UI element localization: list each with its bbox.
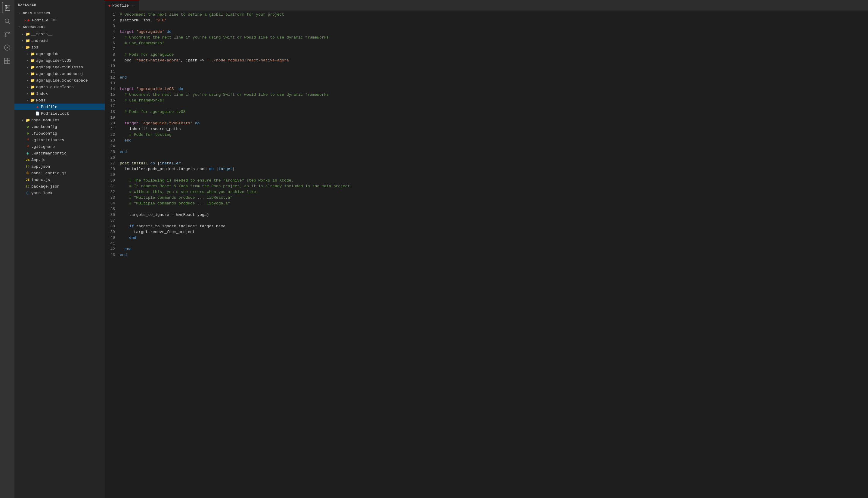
line-number: 24 (105, 143, 120, 149)
svg-rect-3 (10, 5, 10, 11)
svg-rect-13 (8, 58, 10, 61)
line-number: 41 (105, 240, 120, 246)
code-line: 40 end (105, 235, 868, 240)
tree-item-xcworkspace[interactable]: 📁 agoraguide.xcworkspace (14, 77, 105, 84)
code-line: 14target 'agoraguide-tvOS' do (105, 86, 868, 92)
tree-label: .flowconfig (31, 131, 57, 136)
code-line: 28 installer.pods_project.targets.each d… (105, 166, 868, 172)
tree-item-index[interactable]: 📁 Index (14, 90, 105, 97)
source-control-icon[interactable] (2, 29, 13, 40)
svg-point-6 (5, 19, 9, 23)
code-line: 3 (105, 23, 868, 29)
tree-item-index-js[interactable]: JS index.js (14, 176, 105, 183)
activity-bar: ⎘ (0, 0, 14, 498)
js-icon: JS (25, 177, 30, 182)
code-line: 43end (105, 252, 868, 258)
tree-item-android[interactable]: 📁 android (14, 37, 105, 44)
tree-item-gitignore[interactable]: ⑂ .gitignore (14, 143, 105, 150)
code-content: # Uncomment the next line if you're usin… (120, 35, 868, 40)
watchman-icon: ◉ (25, 151, 30, 156)
code-line: 35 (105, 206, 868, 212)
line-number: 23 (105, 137, 120, 143)
line-number: 4 (105, 29, 120, 35)
code-content: end (120, 137, 868, 143)
tree-item-xcodeproj[interactable]: 📁 agoraguide.xcodeproj (14, 70, 105, 77)
config-icon: ⚙ (25, 131, 30, 136)
babel-icon: Ⓑ (25, 171, 30, 175)
code-content: pod 'react-native-agora', :path => '../n… (120, 57, 868, 63)
code-editor[interactable]: 1# Uncomment the next line to define a g… (105, 11, 868, 498)
code-line: 19 (105, 115, 868, 120)
code-line: 20 target 'agoraguide-tvOSTests' do (105, 120, 868, 126)
code-line: 13 (105, 80, 868, 86)
open-editor-podfile[interactable]: ✕ ◆ Podfile ios (14, 17, 105, 24)
tree-item-podfile-lock[interactable]: 📄 Podfile.lock (14, 110, 105, 117)
code-line: 26 (105, 155, 868, 160)
tree-item-agoraguide[interactable]: 📁 agoraguide (14, 51, 105, 57)
code-line: 37 (105, 218, 868, 223)
extensions-icon[interactable] (2, 55, 13, 66)
code-line: 27post_install do |installer| (105, 160, 868, 166)
tree-item-yarn-lock[interactable]: ⬡ yarn.lock (14, 190, 105, 196)
code-line: 1# Uncomment the next line to define a g… (105, 12, 868, 17)
code-content: end (120, 75, 868, 80)
code-content: # use_frameworks! (120, 97, 868, 103)
tree-item-agoraguide-tvostests[interactable]: 📁 agoraguide-tvOSTests (14, 64, 105, 70)
tree-item-agoraguide-tests[interactable]: 📁 agora guideTests (14, 84, 105, 90)
tree-label: package.json (31, 184, 59, 189)
code-content: # Uncomment the next line if you're usin… (120, 92, 868, 97)
tree-item-node-modules[interactable]: 📁 node_modules (14, 117, 105, 123)
tree-item-tests[interactable]: 📁 __tests__ (14, 31, 105, 37)
code-content: if targets_to_ignore.include? target.nam… (120, 223, 868, 229)
code-line: 12end (105, 75, 868, 80)
line-number: 37 (105, 218, 120, 223)
run-debug-icon[interactable] (2, 42, 13, 53)
code-line: 15 # Uncomment the next line if you're u… (105, 92, 868, 97)
code-line: 23 end (105, 137, 868, 143)
line-number: 29 (105, 172, 120, 178)
code-line: 4target 'agoraguide' do (105, 29, 868, 35)
tree-item-watchmanconfig[interactable]: ◉ .watchmanconfig (14, 150, 105, 157)
explorer-icon[interactable]: ⎘ (2, 2, 13, 13)
search-icon-activity[interactable] (2, 16, 13, 26)
ruby-icon: ◆ (35, 104, 40, 109)
tree-item-agoraguide-tvos[interactable]: 📁 agoraguide-tvOS (14, 57, 105, 64)
code-content (120, 115, 868, 120)
tree-item-package-json[interactable]: {} package.json (14, 183, 105, 190)
code-line: 5 # Uncomment the next line if you're us… (105, 35, 868, 40)
open-editors-label: OPEN EDITORS (23, 11, 50, 15)
tree-item-app-json[interactable]: {} app.json (14, 163, 105, 170)
tab-close-button[interactable]: ✕ (131, 3, 135, 8)
tree-item-flowconfig[interactable]: ⚙ .flowconfig (14, 130, 105, 137)
tree-label: Podfile.lock (41, 112, 69, 116)
line-number: 6 (105, 40, 120, 46)
tree-label: Pods (36, 98, 45, 103)
code-content: # "Multiple commands produce ... libReac… (120, 195, 868, 200)
line-number: 26 (105, 155, 120, 160)
folder-icon: 📁 (30, 91, 35, 96)
code-line: 41 (105, 240, 868, 246)
tree-item-babel[interactable]: Ⓑ babel.config.js (14, 170, 105, 176)
tree-item-pods[interactable]: 📂 Pods (14, 97, 105, 104)
yarn-icon: ⬡ (25, 191, 30, 195)
code-content (120, 240, 868, 246)
close-open-editor-icon[interactable]: ✕ (24, 18, 26, 22)
folder-icon: 📁 (30, 58, 35, 63)
tree-item-app-js[interactable]: JS App.js (14, 157, 105, 163)
tree-item-gitattributes[interactable]: ⑂ .gitattributes (14, 137, 105, 143)
code-content (120, 80, 868, 86)
tree-item-ios[interactable]: 📂 ios (14, 44, 105, 51)
code-line: 9 pod 'react-native-agora', :path => '..… (105, 57, 868, 63)
code-content (120, 206, 868, 212)
project-header[interactable]: AGORAGUIDE (14, 24, 105, 31)
line-number: 3 (105, 23, 120, 29)
tab-label: Podfile (112, 3, 129, 8)
tree-item-buckconfig[interactable]: ⚙ .buckconfig (14, 123, 105, 130)
sidebar: EXPLORER OPEN EDITORS ✕ ◆ Podfile ios AG… (14, 0, 105, 498)
code-content: installer.pods_project.targets.each do |… (120, 166, 868, 172)
tab-podfile[interactable]: ◆ Podfile ✕ (105, 0, 139, 11)
open-editors-header[interactable]: OPEN EDITORS (14, 10, 105, 17)
code-content: # use_frameworks! (120, 40, 868, 46)
tree-item-podfile[interactable]: ◆ Podfile (14, 104, 105, 110)
code-content: # Pods for agoraguide-tvOS (120, 109, 868, 115)
